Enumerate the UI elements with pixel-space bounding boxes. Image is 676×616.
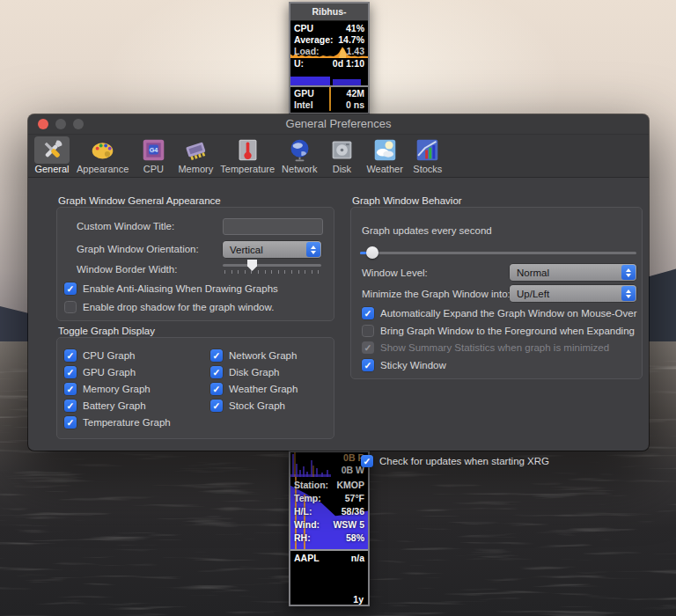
window-level-value: Normal [517, 268, 549, 278]
checkbox-label: Automatically Expand the Graph Window on… [380, 308, 636, 319]
toolbar-item-memory[interactable]: Memory [174, 136, 217, 174]
window-titlebar[interactable]: General Preferences [28, 114, 649, 135]
toolbar-item-label: Disk [333, 164, 351, 174]
checkbox-enable-anti-aliasing-when-drawing-graphs[interactable]: ✓Enable Anti-Aliasing When Drawing Graph… [64, 282, 278, 296]
checkbox-label: Memory Graph [83, 384, 151, 394]
slider-thumb[interactable] [366, 246, 378, 259]
close-button[interactable] [38, 119, 48, 129]
checkbox-bring-graph-window-to-the-foreground-when-expanding[interactable]: Bring Graph Window to the Foreground whe… [362, 324, 635, 338]
minimize-into-value: Up/Left [517, 289, 549, 299]
checkbox-label: Check for updates when starting XRG [379, 456, 549, 466]
weather-row: Wind:WSW 5 [290, 518, 368, 532]
orientation-value: Vertical [230, 245, 263, 255]
checkbox-gpu-graph[interactable]: ✓GPU Graph [64, 365, 136, 379]
checkbox-memory-graph[interactable]: ✓Memory Graph [64, 382, 151, 396]
xrg-widget-title[interactable]: Ribhus- [290, 4, 368, 21]
checkbox-stock-graph[interactable]: ✓Stock Graph [210, 399, 285, 413]
gpu-latency-value: 0 ns [346, 99, 364, 111]
checkbox-automatically-expand-the-graph-window-on-mouse-over[interactable]: ✓Automatically Expand the Graph Window o… [362, 306, 636, 320]
checkbox-check-for-updates-when-starting-xrg[interactable]: ✓Check for updates when starting XRG [361, 454, 549, 468]
checkbox-checked-icon: ✓ [64, 400, 77, 412]
checkbox-label: Sticky Window [380, 360, 446, 370]
minimize-button[interactable] [55, 119, 66, 129]
weather-panel: Station:KMOPTemp:57°FH/L:58/36Wind:WSW 5… [290, 477, 368, 549]
toolbar-item-label: Network [282, 164, 317, 174]
tools-icon [34, 136, 70, 164]
window-level-popup[interactable]: Normal [510, 264, 636, 281]
checkbox-label: Enable drop shadow for the graph window. [83, 302, 274, 312]
toolbar-item-appearance[interactable]: Appearance [73, 136, 132, 174]
checkbox-disk-graph[interactable]: ✓Disk Graph [210, 365, 280, 379]
checkbox-checked-icon: ✓ [64, 383, 77, 395]
orientation-popup[interactable]: Vertical [223, 241, 321, 258]
checkbox-label: Weather Graph [229, 384, 298, 394]
minimize-into-popup[interactable]: Up/Left [510, 285, 636, 302]
weather-value: 58% [346, 532, 364, 545]
checkbox-network-graph[interactable]: ✓Network Graph [210, 348, 297, 363]
toolbar-item-weather[interactable]: Weather [363, 136, 406, 174]
average-label: Average: [294, 34, 334, 46]
xrg-monitor-widget-top[interactable]: Ribhus- CPU 41% Average: 14.7% Load: 1.4… [289, 2, 370, 114]
custom-title-input[interactable] [223, 218, 323, 235]
update-rate-slider[interactable] [360, 246, 636, 260]
checkbox-battery-graph[interactable]: ✓Battery Graph [64, 399, 146, 413]
checkbox-temperature-graph[interactable]: ✓Temperature Graph [64, 415, 171, 429]
weather-label: Temp: [294, 492, 321, 505]
window-level-label: Window Level: [362, 268, 428, 278]
memory-chip-icon [178, 136, 213, 164]
toolbar-item-label: Temperature [220, 164, 275, 174]
custom-title-label: Custom Window Title: [77, 221, 174, 231]
weather-label: Station: [294, 479, 328, 492]
toolbar-item-temperature[interactable]: Temperature [217, 136, 278, 174]
checkbox-checked-icon: ✓ [210, 383, 223, 395]
checkbox-show-summary-statistics-when-graph-is-minimized: ✓Show Summary Statistics when graph is m… [362, 341, 609, 355]
general-preferences-window: General Preferences GeneralAppearanceG4C… [28, 114, 649, 451]
weather-value: WSW 5 [333, 518, 364, 532]
weather-value: 57°F [345, 492, 364, 505]
checkbox-label: Bring Graph Window to the Foreground whe… [380, 326, 635, 336]
xrg-monitor-widget-bottom[interactable]: 0B R 0B W Station:KMOPTemp:57°FH/L:58/36… [289, 451, 370, 606]
popup-stepper-icon [621, 286, 636, 301]
toolbar: GeneralAppearanceG4CPUMemoryTemperatureN… [28, 135, 649, 178]
weather-row: Temp:57°F [290, 492, 368, 505]
section-title-toggle: Toggle Graph Display [58, 326, 155, 336]
stock-panel: AAPL n/a 1y [290, 551, 368, 606]
checkbox-enable-drop-shadow-for-the-graph-window[interactable]: Enable drop shadow for the graph window. [64, 300, 274, 314]
desktop: Ribhus- CPU 41% Average: 14.7% Load: 1.4… [0, 0, 676, 616]
checkbox-checked-icon: ✓ [64, 282, 77, 295]
toolbar-item-general[interactable]: General [31, 136, 73, 174]
toolbar-item-label: Weather [366, 164, 402, 174]
border-width-slider[interactable] [223, 259, 321, 275]
checkbox-sticky-window[interactable]: ✓Sticky Window [362, 358, 446, 372]
load-value: 1.43 [347, 46, 364, 58]
weather-row: H/L:58/36 [290, 505, 368, 518]
checkbox-checked-icon: ✓ [362, 307, 374, 319]
cpu-chip-icon: G4 [136, 136, 171, 164]
toolbar-item-disk[interactable]: Disk [320, 136, 363, 174]
cpu-panel: CPU 41% Average: 14.7% Load: 1.43 U: 0d … [290, 21, 368, 85]
toolbar-item-network[interactable]: Network [278, 136, 320, 174]
toolbar-item-label: Appearance [77, 164, 129, 174]
stock-value: n/a [351, 553, 364, 563]
weather-value: 58/36 [342, 505, 364, 518]
weather-row: RH:58% [290, 532, 368, 545]
disk-panel: 0B R 0B W [290, 452, 368, 477]
weather-value: KMOP [337, 479, 365, 492]
checkbox-weather-graph[interactable]: ✓Weather Graph [210, 382, 298, 396]
checkbox-cpu-graph[interactable]: ✓CPU Graph [64, 348, 135, 363]
checkbox-label: Network Graph [229, 350, 297, 361]
checkbox-checked-icon: ✓ [64, 349, 77, 362]
zoom-button[interactable] [73, 119, 84, 129]
orientation-label: Graph Window Orientation: [77, 244, 199, 254]
checkbox-checked-icon: ✓ [210, 366, 223, 378]
toolbar-item-stocks[interactable]: Stocks [407, 136, 449, 174]
toolbar-item-cpu[interactable]: G4CPU [132, 136, 174, 174]
checkbox-checked-icon: ✓ [210, 400, 223, 412]
hard-disk-icon [324, 136, 359, 164]
checkbox-label: Stock Graph [229, 400, 285, 411]
toolbar-item-label: General [34, 164, 69, 174]
window-title: General Preferences [28, 114, 649, 134]
gpu-panel: GPU 42M Intel 0 ns [290, 87, 368, 111]
checkbox-label: Enable Anti-Aliasing When Drawing Graphs [83, 283, 278, 294]
gpu-value: 42M [347, 88, 364, 99]
